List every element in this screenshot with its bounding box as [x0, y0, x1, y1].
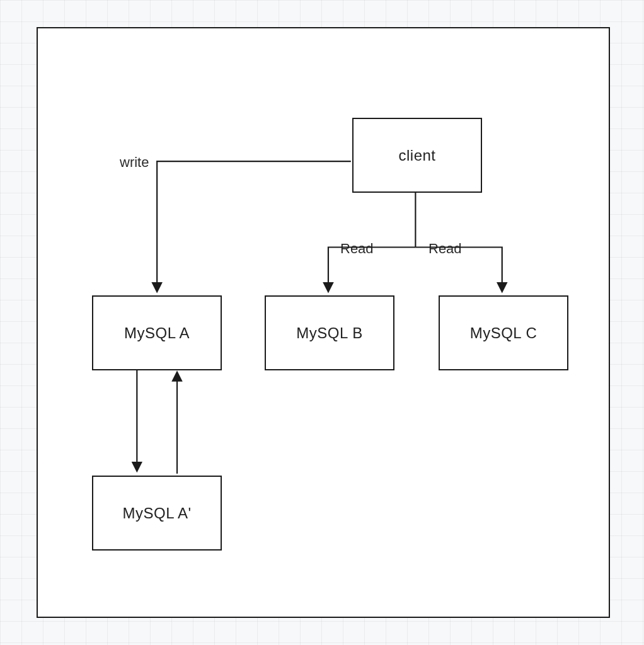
edge-client-to-mysql-a [157, 161, 351, 290]
edges-svg [38, 28, 609, 617]
edge-mysql-a-to-a-prime [137, 370, 177, 474]
diagram-canvas: client MySQL A MySQL B MySQL C MySQL A' … [38, 28, 609, 617]
diagram-frame: client MySQL A MySQL B MySQL C MySQL A' … [37, 27, 610, 618]
edge-client-reads [328, 193, 502, 290]
